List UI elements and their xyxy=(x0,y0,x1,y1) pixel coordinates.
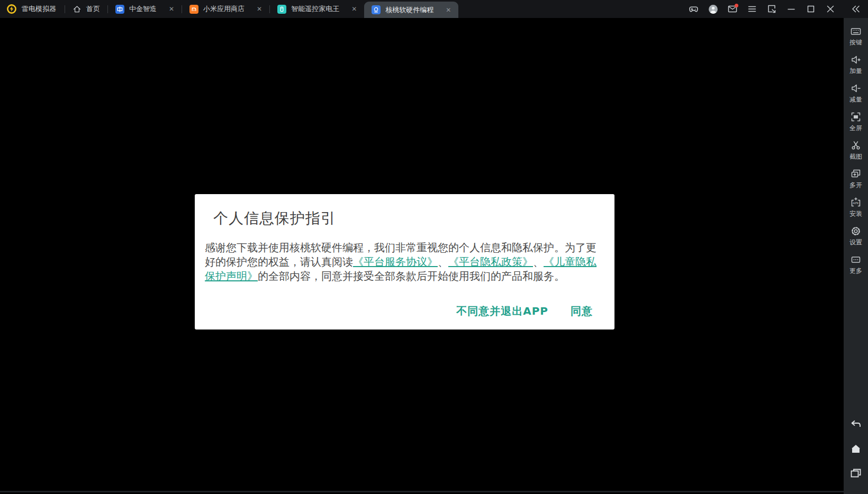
sidebar-item-label: 截图 xyxy=(849,153,862,160)
sidebar-item-volume-down[interactable]: 减量 xyxy=(849,83,862,103)
privacy-policy-link[interactable]: 《平台隐私政策》 xyxy=(448,255,533,268)
app-brand: 雷电模拟器 xyxy=(0,0,65,18)
sidebar-item-label: 更多 xyxy=(849,267,862,275)
android-nav-buttons xyxy=(849,419,862,494)
sidebar-item-apk-install[interactable]: APK 安装 xyxy=(849,197,862,217)
back-icon[interactable] xyxy=(849,419,862,431)
volume-down-icon xyxy=(850,83,862,94)
sidebar-item-label: 多开 xyxy=(849,181,862,189)
keyboard-mapping-icon xyxy=(850,25,862,37)
tab-close-icon[interactable]: ✕ xyxy=(169,6,174,12)
tab-zhongjin[interactable]: 中金智造 ✕ xyxy=(108,0,182,18)
mail-icon[interactable] xyxy=(727,3,738,15)
volume-up-icon xyxy=(850,54,862,66)
tab-label: 小米应用商店 xyxy=(203,4,245,14)
sidebar-item-label: 全屏 xyxy=(849,124,862,132)
zhongjin-app-icon xyxy=(115,5,124,14)
remote-control-app-icon xyxy=(277,5,286,14)
ldplayer-logo-icon xyxy=(6,4,17,14)
settings-gear-icon xyxy=(850,225,862,237)
minimize-icon[interactable] xyxy=(785,3,797,15)
multi-instance-icon xyxy=(850,168,862,180)
sidebar-item-label: 减量 xyxy=(849,96,862,103)
maximize-icon[interactable] xyxy=(805,3,817,15)
window-bottom-edge xyxy=(0,491,844,492)
tab-close-icon[interactable]: ✕ xyxy=(446,7,451,13)
sidebar-item-more[interactable]: 更多 xyxy=(849,254,862,275)
decline-exit-button[interactable]: 不同意并退出APP xyxy=(456,304,548,318)
service-agreement-link[interactable]: 《平台服务协议》 xyxy=(353,255,438,268)
svg-text:APK: APK xyxy=(853,202,859,205)
home-nav-icon[interactable] xyxy=(849,443,862,455)
mi-store-app-icon xyxy=(189,5,198,14)
resize-window-icon[interactable] xyxy=(766,3,777,15)
ldplayer-window: 雷电模拟器 首页 中金智造 ✕ xyxy=(0,0,868,494)
walnut-coding-app-icon xyxy=(372,5,381,14)
sidebar-item-settings[interactable]: 设置 xyxy=(849,225,862,246)
body-text: 、 xyxy=(438,255,448,268)
emulator-screen: 个人信息保护指引 感谢您下载并使用核桃软硬件编程，我们非常重视您的个人信息和隐私… xyxy=(0,18,844,492)
home-icon xyxy=(73,5,82,14)
sidebar-item-fullscreen[interactable]: 全屏 xyxy=(849,111,862,132)
body-text: 、 xyxy=(533,255,544,268)
privacy-dialog: 个人信息保护指引 感谢您下载并使用核桃软硬件编程，我们非常重视您的个人信息和隐私… xyxy=(195,194,614,330)
tab-walnut-coding[interactable]: 核桃软硬件编程 ✕ xyxy=(364,2,458,18)
body-text: 的全部内容，同意并接受全部条款后开始使用我们的产品和服务。 xyxy=(258,270,565,282)
more-ellipsis-icon xyxy=(850,254,862,266)
titlebar: 雷电模拟器 首页 中金智造 ✕ xyxy=(0,0,868,18)
sidebar-item-screenshot[interactable]: 截图 xyxy=(849,140,862,160)
sidebar-item-label: 安装 xyxy=(849,210,862,217)
tab-mi-store[interactable]: 小米应用商店 ✕ xyxy=(182,0,269,18)
tab-label: 中金智造 xyxy=(129,4,157,14)
tab-home[interactable]: 首页 xyxy=(65,0,107,18)
sidebar-item-keymapping[interactable]: 按键 xyxy=(849,25,862,46)
dialog-body: 感谢您下载并使用核桃软硬件编程，我们非常重视您的个人信息和隐私保护。为了更好的保… xyxy=(205,241,601,283)
sidebar-item-label: 加量 xyxy=(849,67,862,75)
sidebar-item-label: 设置 xyxy=(849,239,862,246)
menu-icon[interactable] xyxy=(746,3,758,15)
tab-label: 核桃软硬件编程 xyxy=(385,5,433,15)
tab-close-icon[interactable]: ✕ xyxy=(351,6,357,12)
tab-label: 首页 xyxy=(86,4,100,14)
fullscreen-icon xyxy=(850,111,862,123)
gamepad-icon[interactable] xyxy=(688,3,699,15)
collapse-sidebar-icon[interactable] xyxy=(844,4,868,14)
sidebar-item-label: 按键 xyxy=(849,39,862,46)
agree-button[interactable]: 同意 xyxy=(571,304,593,318)
screenshot-scissors-icon xyxy=(850,140,862,151)
apk-install-icon: APK xyxy=(850,197,862,208)
sidebar-item-volume-up[interactable]: 加量 xyxy=(849,54,862,75)
tab-label: 智能遥控家电王 xyxy=(291,4,339,14)
avatar-icon[interactable] xyxy=(707,3,719,15)
recents-icon[interactable] xyxy=(849,468,862,479)
notification-dot xyxy=(735,4,738,7)
tab-close-icon[interactable]: ✕ xyxy=(257,6,262,12)
close-window-icon[interactable] xyxy=(825,3,836,15)
toolbar-sidebar: 按键 加量 减量 xyxy=(844,18,868,494)
window-controls xyxy=(688,3,844,15)
sidebar-item-multi-instance[interactable]: 多开 xyxy=(849,168,862,189)
dialog-title: 个人信息保护指引 xyxy=(213,208,336,228)
dialog-actions: 不同意并退出APP 同意 xyxy=(456,304,593,318)
app-title: 雷电模拟器 xyxy=(22,4,56,14)
tab-remote-control[interactable]: 智能遥控家电王 ✕ xyxy=(270,0,364,18)
